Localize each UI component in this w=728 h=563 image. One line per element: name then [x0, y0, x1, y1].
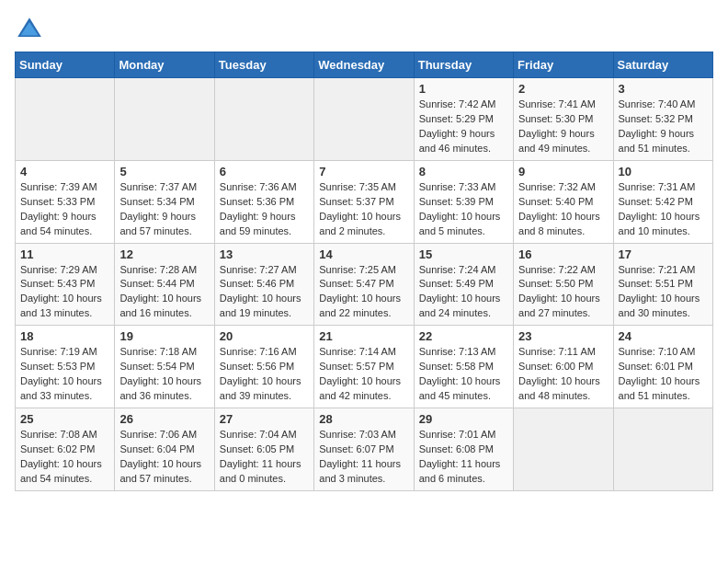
day-number: 2: [518, 82, 608, 96]
calendar-body: 1Sunrise: 7:42 AM Sunset: 5:29 PM Daylig…: [16, 78, 713, 491]
day-info: Sunrise: 7:21 AM Sunset: 5:51 PM Dayligh…: [619, 263, 708, 322]
day-info: Sunrise: 7:29 AM Sunset: 5:43 PM Dayligh…: [20, 263, 109, 322]
day-info: Sunrise: 7:10 AM Sunset: 6:01 PM Dayligh…: [619, 345, 708, 404]
calendar-cell: 12Sunrise: 7:28 AM Sunset: 5:44 PM Dayli…: [115, 243, 214, 326]
calendar-cell: 17Sunrise: 7:21 AM Sunset: 5:51 PM Dayli…: [613, 243, 712, 326]
day-number: 8: [419, 165, 508, 178]
day-number: 18: [20, 329, 109, 343]
calendar-week-1: 1Sunrise: 7:42 AM Sunset: 5:29 PM Daylig…: [16, 78, 713, 161]
header-friday: Friday: [514, 52, 613, 78]
day-info: Sunrise: 7:13 AM Sunset: 5:58 PM Dayligh…: [419, 345, 508, 404]
logo: [15, 15, 48, 44]
day-number: 21: [319, 329, 408, 343]
calendar-cell: 29Sunrise: 7:01 AM Sunset: 6:08 PM Dayli…: [414, 408, 513, 491]
calendar-cell: 23Sunrise: 7:11 AM Sunset: 6:00 PM Dayli…: [514, 326, 613, 408]
day-number: 1: [419, 82, 508, 96]
page-header: [15, 15, 713, 44]
calendar-cell: 25Sunrise: 7:08 AM Sunset: 6:02 PM Dayli…: [16, 408, 115, 491]
day-info: Sunrise: 7:32 AM Sunset: 5:40 PM Dayligh…: [518, 180, 608, 239]
day-number: 23: [518, 329, 608, 343]
day-number: 22: [419, 329, 508, 343]
day-number: 12: [119, 247, 209, 261]
day-info: Sunrise: 7:04 AM Sunset: 6:05 PM Dayligh…: [220, 428, 309, 487]
day-info: Sunrise: 7:14 AM Sunset: 5:57 PM Dayligh…: [319, 345, 408, 404]
day-info: Sunrise: 7:22 AM Sunset: 5:50 PM Dayligh…: [518, 263, 608, 322]
day-info: Sunrise: 7:37 AM Sunset: 5:34 PM Dayligh…: [119, 180, 209, 239]
calendar-cell: 8Sunrise: 7:33 AM Sunset: 5:39 PM Daylig…: [414, 160, 513, 243]
day-number: 15: [419, 247, 508, 261]
calendar-cell: [115, 78, 214, 161]
day-info: Sunrise: 7:03 AM Sunset: 6:07 PM Dayligh…: [319, 428, 408, 487]
day-number: 24: [619, 329, 708, 343]
calendar-week-4: 18Sunrise: 7:19 AM Sunset: 5:53 PM Dayli…: [16, 326, 713, 408]
calendar-cell: [214, 78, 313, 161]
day-number: 28: [319, 412, 408, 426]
calendar-cell: [314, 78, 414, 161]
calendar-week-2: 4Sunrise: 7:39 AM Sunset: 5:33 PM Daylig…: [16, 160, 713, 243]
header-saturday: Saturday: [613, 52, 712, 78]
day-number: 3: [619, 82, 708, 96]
day-info: Sunrise: 7:16 AM Sunset: 5:56 PM Dayligh…: [220, 345, 309, 404]
day-number: 25: [20, 412, 109, 426]
day-number: 20: [220, 329, 309, 343]
day-info: Sunrise: 7:18 AM Sunset: 5:54 PM Dayligh…: [119, 345, 209, 404]
day-number: 5: [119, 165, 209, 178]
day-info: Sunrise: 7:31 AM Sunset: 5:42 PM Dayligh…: [619, 180, 708, 239]
day-number: 13: [220, 247, 309, 261]
calendar-cell: 7Sunrise: 7:35 AM Sunset: 5:37 PM Daylig…: [314, 160, 414, 243]
day-info: Sunrise: 7:40 AM Sunset: 5:32 PM Dayligh…: [619, 98, 708, 156]
header-wednesday: Wednesday: [314, 52, 414, 78]
day-info: Sunrise: 7:24 AM Sunset: 5:49 PM Dayligh…: [419, 263, 508, 322]
calendar-cell: 15Sunrise: 7:24 AM Sunset: 5:49 PM Dayli…: [414, 243, 513, 326]
day-info: Sunrise: 7:42 AM Sunset: 5:29 PM Dayligh…: [419, 98, 508, 156]
day-number: 11: [20, 247, 109, 261]
day-number: 4: [20, 165, 109, 178]
calendar-cell: 10Sunrise: 7:31 AM Sunset: 5:42 PM Dayli…: [613, 160, 712, 243]
calendar-cell: 28Sunrise: 7:03 AM Sunset: 6:07 PM Dayli…: [314, 408, 414, 491]
calendar-week-3: 11Sunrise: 7:29 AM Sunset: 5:43 PM Dayli…: [16, 243, 713, 326]
calendar-cell: 21Sunrise: 7:14 AM Sunset: 5:57 PM Dayli…: [314, 326, 414, 408]
calendar-cell: 27Sunrise: 7:04 AM Sunset: 6:05 PM Dayli…: [214, 408, 313, 491]
calendar-cell: [613, 408, 712, 491]
header-sunday: Sunday: [16, 52, 115, 78]
calendar-cell: 22Sunrise: 7:13 AM Sunset: 5:58 PM Dayli…: [414, 326, 513, 408]
calendar-cell: 18Sunrise: 7:19 AM Sunset: 5:53 PM Dayli…: [16, 326, 115, 408]
day-info: Sunrise: 7:28 AM Sunset: 5:44 PM Dayligh…: [119, 263, 209, 322]
day-info: Sunrise: 7:33 AM Sunset: 5:39 PM Dayligh…: [419, 180, 508, 239]
calendar-week-5: 25Sunrise: 7:08 AM Sunset: 6:02 PM Dayli…: [16, 408, 713, 491]
day-number: 29: [419, 412, 508, 426]
day-number: 14: [319, 247, 408, 261]
day-number: 27: [220, 412, 309, 426]
calendar-cell: 20Sunrise: 7:16 AM Sunset: 5:56 PM Dayli…: [214, 326, 313, 408]
day-number: 7: [319, 165, 408, 178]
calendar-cell: 13Sunrise: 7:27 AM Sunset: 5:46 PM Dayli…: [214, 243, 313, 326]
day-number: 26: [119, 412, 209, 426]
calendar-cell: 24Sunrise: 7:10 AM Sunset: 6:01 PM Dayli…: [613, 326, 712, 408]
header-row: Sunday Monday Tuesday Wednesday Thursday…: [16, 52, 713, 78]
calendar-cell: 6Sunrise: 7:36 AM Sunset: 5:36 PM Daylig…: [214, 160, 313, 243]
logo-icon: [15, 15, 44, 44]
calendar-cell: 5Sunrise: 7:37 AM Sunset: 5:34 PM Daylig…: [115, 160, 214, 243]
calendar-cell: 19Sunrise: 7:18 AM Sunset: 5:54 PM Dayli…: [115, 326, 214, 408]
calendar-cell: 1Sunrise: 7:42 AM Sunset: 5:29 PM Daylig…: [414, 78, 513, 161]
header-tuesday: Tuesday: [214, 52, 313, 78]
calendar-cell: 3Sunrise: 7:40 AM Sunset: 5:32 PM Daylig…: [613, 78, 712, 161]
day-number: 16: [518, 247, 608, 261]
calendar-cell: [16, 78, 115, 161]
day-info: Sunrise: 7:25 AM Sunset: 5:47 PM Dayligh…: [319, 263, 408, 322]
day-info: Sunrise: 7:01 AM Sunset: 6:08 PM Dayligh…: [419, 428, 508, 487]
day-info: Sunrise: 7:39 AM Sunset: 5:33 PM Dayligh…: [20, 180, 109, 239]
day-number: 6: [220, 165, 309, 178]
header-thursday: Thursday: [414, 52, 513, 78]
calendar-cell: 26Sunrise: 7:06 AM Sunset: 6:04 PM Dayli…: [115, 408, 214, 491]
day-number: 17: [619, 247, 708, 261]
calendar-cell: 11Sunrise: 7:29 AM Sunset: 5:43 PM Dayli…: [16, 243, 115, 326]
header-monday: Monday: [115, 52, 214, 78]
day-info: Sunrise: 7:08 AM Sunset: 6:02 PM Dayligh…: [20, 428, 109, 487]
calendar-cell: 16Sunrise: 7:22 AM Sunset: 5:50 PM Dayli…: [514, 243, 613, 326]
day-number: 9: [518, 165, 608, 178]
day-number: 19: [119, 329, 209, 343]
day-info: Sunrise: 7:19 AM Sunset: 5:53 PM Dayligh…: [20, 345, 109, 404]
calendar-cell: 2Sunrise: 7:41 AM Sunset: 5:30 PM Daylig…: [514, 78, 613, 161]
day-info: Sunrise: 7:41 AM Sunset: 5:30 PM Dayligh…: [518, 98, 608, 156]
